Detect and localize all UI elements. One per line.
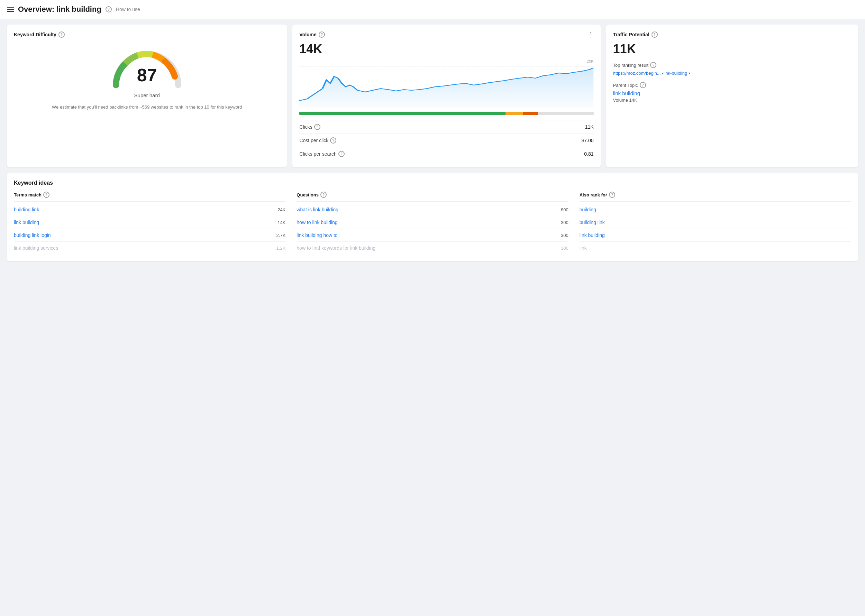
terms-match-link-1[interactable]: link building [14, 220, 39, 225]
header: Overview: link building ? How to use [0, 0, 865, 19]
bar-yellow [505, 112, 523, 115]
also-rank-for-column: Also rank for ? building building link l… [580, 192, 851, 254]
clicks-row: Clicks ? 11K [299, 120, 593, 134]
clicks-help-icon[interactable]: ? [314, 124, 321, 130]
volume-card: Volume ? 14K ⋮ 20K [293, 25, 600, 167]
parent-topic-help-icon[interactable]: ? [640, 82, 646, 88]
also-rank-for-link-1[interactable]: building link [580, 220, 605, 225]
clicks-per-search-value: 0.81 [584, 151, 593, 157]
terms-match-count-1: 14K [277, 220, 285, 225]
terms-match-count-3: 1.2K [277, 245, 286, 251]
keyword-ideas-title: Keyword ideas [14, 180, 851, 186]
questions-count-3: 300 [561, 245, 568, 251]
questions-link-2[interactable]: link building how to [297, 233, 337, 238]
top-ranking-help-icon[interactable]: ? [650, 62, 656, 68]
metrics-list: Clicks ? 11K Cost per click ? $7.00 Clic… [299, 120, 593, 160]
questions-count-1: 300 [561, 220, 568, 225]
kd-help-icon[interactable]: ? [58, 31, 65, 38]
list-item: link building 14K [14, 216, 285, 229]
terms-match-help-icon[interactable]: ? [43, 192, 49, 198]
tp-card-title: Traffic Potential ? [613, 31, 851, 38]
bar-green [299, 112, 505, 115]
top-ranking-link[interactable]: https://moz.com/begin... -link-building … [613, 70, 851, 77]
questions-count-2: 300 [561, 233, 568, 238]
how-to-use-link[interactable]: How to use [116, 6, 140, 12]
volume-card-header: Volume ? 14K ⋮ [299, 31, 593, 59]
questions-link-3[interactable]: how to find keywords for link building [297, 245, 376, 251]
clicks-per-search-row: Clicks per search ? 0.81 [299, 147, 593, 160]
terms-match-count-2: 2.7K [277, 233, 286, 238]
top-ranking-label: Top ranking result ? [613, 62, 851, 68]
main-content: Keyword Difficulty ? [0, 19, 865, 267]
list-item: link building how to 300 [297, 229, 568, 242]
parent-topic-section: Parent Topic ? link building Volume 14K [613, 82, 851, 103]
terms-match-count-0: 24K [277, 207, 285, 212]
clicks-value: 11K [585, 124, 594, 130]
traffic-potential-card: Traffic Potential ? 11K Top ranking resu… [606, 25, 858, 167]
volume-chart-svg [299, 59, 593, 108]
keyword-difficulty-card: Keyword Difficulty ? [7, 25, 287, 167]
chart-max-label: 20K [587, 59, 594, 63]
cps-help-icon[interactable]: ? [338, 151, 344, 157]
clicks-per-search-label: Clicks per search ? [299, 151, 344, 157]
page-title: Overview: link building [18, 5, 101, 14]
also-rank-for-header: Also rank for ? [580, 192, 851, 202]
clicks-label: Clicks ? [299, 124, 320, 130]
gauge-number: 87 [137, 66, 157, 84]
also-rank-for-link-3[interactable]: link [580, 245, 587, 251]
questions-column: Questions ? what is link building 800 ho… [297, 192, 568, 254]
list-item: what is link building 800 [297, 203, 568, 216]
volume-value: 14K [299, 42, 325, 57]
list-item: link building services 1.2K [14, 242, 285, 254]
kd-description: We estimate that you'll need backlinks f… [52, 104, 242, 111]
list-item: link [580, 242, 851, 254]
volume-card-title: Volume ? [299, 31, 325, 38]
cost-per-click-value: $7.00 [582, 138, 594, 143]
cost-per-click-label: Cost per click ? [299, 137, 336, 143]
hamburger-menu[interactable] [7, 7, 14, 12]
terms-match-link-0[interactable]: building link [14, 207, 39, 212]
questions-count-0: 800 [561, 207, 568, 212]
questions-header: Questions ? [297, 192, 568, 202]
top-cards: Keyword Difficulty ? [7, 25, 858, 167]
keyword-ideas-card: Keyword ideas Terms match ? building lin… [7, 173, 858, 261]
bar-orange [523, 112, 538, 115]
list-item: how to link building 300 [297, 216, 568, 229]
list-item: link building [580, 229, 851, 242]
terms-match-link-2[interactable]: building link login [14, 233, 51, 238]
terms-match-header: Terms match ? [14, 192, 285, 202]
gauge-label: Super hard [134, 92, 160, 98]
parent-topic-volume: Volume 14K [613, 97, 851, 103]
cpc-help-icon[interactable]: ? [330, 137, 336, 143]
parent-topic-label: Parent Topic ? [613, 82, 851, 88]
volume-chart: 20K [299, 59, 593, 108]
terms-match-link-3[interactable]: link building services [14, 245, 58, 251]
list-item: building link login 2.7K [14, 229, 285, 242]
also-rank-for-link-0[interactable]: building [580, 207, 596, 212]
gauge-container: 87 [109, 45, 185, 90]
terms-match-column: Terms match ? building link 24K link bui… [14, 192, 285, 254]
kd-card-title: Keyword Difficulty ? [14, 31, 65, 38]
volume-bar [299, 112, 593, 115]
questions-link-0[interactable]: what is link building [297, 207, 338, 212]
list-item: building [580, 203, 851, 216]
tp-help-icon[interactable]: ? [651, 31, 658, 38]
questions-help-icon[interactable]: ? [321, 192, 327, 198]
list-item: building link 24K [14, 203, 285, 216]
also-rank-for-link-2[interactable]: link building [580, 233, 605, 238]
parent-topic-link[interactable]: link building [613, 90, 640, 96]
volume-help-icon[interactable]: ? [319, 31, 325, 38]
questions-link-1[interactable]: how to link building [297, 220, 337, 225]
list-item: how to find keywords for link building 3… [297, 242, 568, 254]
volume-more-options[interactable]: ⋮ [588, 31, 594, 38]
top-ranking-section: Top ranking result ? https://moz.com/beg… [613, 62, 851, 77]
keyword-ideas-grid: Terms match ? building link 24K link bui… [14, 192, 851, 254]
list-item: building link [580, 216, 851, 229]
help-icon[interactable]: ? [105, 6, 112, 13]
chart-dashed-line [299, 66, 593, 66]
also-rank-for-help-icon[interactable]: ? [609, 192, 615, 198]
cost-per-click-row: Cost per click ? $7.00 [299, 134, 593, 147]
tp-value: 11K [613, 42, 851, 57]
dropdown-arrow-icon: ▾ [689, 71, 690, 76]
